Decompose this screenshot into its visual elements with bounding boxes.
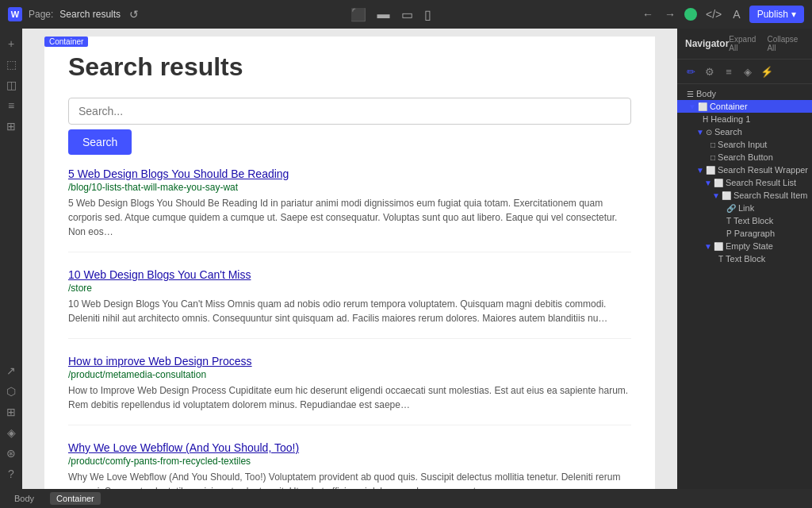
- nav-tree-item[interactable]: ▼⬜Search Result List: [677, 176, 812, 189]
- undo-icon[interactable]: ←: [640, 6, 656, 23]
- nav-item-label: Text Block: [733, 216, 773, 225]
- nav-item-icon: P: [726, 229, 732, 238]
- result-title-link[interactable]: Why We Love Webflow (And You Should, Too…: [68, 441, 631, 454]
- navigator-title: Navigator: [685, 38, 729, 49]
- nav-item-icon: ☰: [687, 90, 694, 98]
- interactions-icon[interactable]: ≡: [720, 63, 737, 80]
- nav-tree-item[interactable]: □Search Button: [677, 151, 812, 164]
- redo-icon[interactable]: →: [662, 6, 678, 23]
- nav-item-icon: ⬜: [706, 166, 715, 175]
- search-result-item: 5 Web Design Blogs You Should Be Reading…: [68, 167, 631, 252]
- add-panel-icon[interactable]: +: [2, 35, 20, 52]
- left-sidebar: + ⬚ ◫ ≡ ⊞ ↗ ⬡ ⊞ ◈ ⊛ ?: [0, 29, 22, 489]
- collapse-all-button[interactable]: Collapse All: [767, 35, 804, 52]
- nav-item-label: Text Block: [726, 254, 765, 264]
- result-url: /product/metamedia-consultation: [68, 369, 631, 380]
- select-tool-icon[interactable]: ⬡: [2, 383, 20, 400]
- search-result-item: How to improve Web Design Process/produc…: [68, 355, 631, 425]
- nav-item-label: Container: [710, 102, 748, 111]
- search-result-item: Why We Love Webflow (And You Should, Too…: [68, 441, 631, 489]
- mobile-icon[interactable]: ▯: [421, 4, 435, 25]
- ecommerce-icon[interactable]: ⊞: [2, 117, 20, 135]
- nav-item-label: Search Result Wrapper: [718, 165, 808, 175]
- bottom-tab-container[interactable]: Container: [50, 492, 101, 505]
- help-icon[interactable]: ?: [2, 465, 20, 483]
- nav-tree: ☰Body▼⬜ContainerHHeading 1▼⊙Search□Searc…: [677, 84, 812, 489]
- status-dot: [684, 8, 697, 21]
- nav-item-icon: 🔗: [726, 204, 736, 213]
- refresh-icon[interactable]: ↺: [127, 6, 141, 23]
- result-url: /blog/10-lists-that-will-make-you-say-wa…: [68, 182, 631, 193]
- nav-tree-item[interactable]: PParagraph: [677, 227, 812, 240]
- nav-tree-item[interactable]: □Search Input: [677, 138, 812, 151]
- result-description: 10 Web Design Blogs You Can't Miss Omnis…: [68, 297, 631, 325]
- cms-icon[interactable]: ≡: [2, 97, 20, 114]
- bottom-tab-body[interactable]: Body: [8, 492, 40, 505]
- nav-tree-item[interactable]: 🔗Link: [677, 202, 812, 214]
- result-description: Why We Love Webflow (And You Should, Too…: [68, 470, 631, 489]
- nav-tree-item[interactable]: ▼⬜Search Result Wrapper: [677, 164, 812, 176]
- layers-icon[interactable]: ⬚: [2, 56, 20, 73]
- result-title-link[interactable]: How to improve Web Design Process: [68, 355, 631, 368]
- result-title-link[interactable]: 5 Web Design Blogs You Should Be Reading: [68, 167, 631, 180]
- page-content: Search results Search 5 Web Design Blogs…: [44, 37, 655, 489]
- search-button[interactable]: Search: [68, 129, 132, 155]
- code-icon[interactable]: </>: [703, 6, 724, 23]
- nav-item-icon: □: [710, 153, 715, 162]
- publish-button[interactable]: Publish ▾: [749, 6, 804, 23]
- page-label: Page:: [29, 9, 53, 20]
- nav-item-label: Search Input: [718, 140, 767, 149]
- components-icon[interactable]: ⚡: [758, 63, 776, 80]
- nav-item-icon: ⬜: [714, 242, 723, 251]
- nav-tree-item[interactable]: HHeading 1: [677, 113, 812, 125]
- nav-item-icon: H: [703, 115, 708, 124]
- nav-tree-item[interactable]: TText Block: [677, 252, 812, 265]
- nav-item-icon: T: [718, 255, 723, 264]
- tablet-icon[interactable]: ▭: [398, 4, 416, 25]
- grid-icon[interactable]: ⊞: [2, 403, 20, 421]
- nav-item-label: Search Button: [718, 152, 773, 162]
- top-bar: W Page: Search results ↺ ⬛ ▬ ▭ ▯ ← → </>…: [0, 0, 812, 29]
- result-url: /product/comfy-pants-from-recycled-texti…: [68, 456, 631, 467]
- nav-item-label: Heading 1: [710, 114, 750, 124]
- nav-tree-item[interactable]: ▼⬜Empty State: [677, 240, 812, 252]
- integrations-icon[interactable]: ⊛: [2, 444, 20, 462]
- main-layout: + ⬚ ◫ ≡ ⊞ ↗ ⬡ ⊞ ◈ ⊛ ? Container Search r…: [0, 29, 812, 489]
- nav-item-icon: □: [710, 140, 715, 149]
- nav-item-icon: ⬜: [714, 179, 723, 187]
- settings-icon[interactable]: ⚙: [701, 63, 718, 80]
- nav-tree-item[interactable]: TText Block: [677, 214, 812, 227]
- nav-tree-item[interactable]: ▼⊙Search: [677, 125, 812, 138]
- arrow-tool-icon[interactable]: ↗: [2, 362, 20, 379]
- nav-tree-item[interactable]: ▼⬜Container: [677, 100, 812, 113]
- desktop-icon[interactable]: ⬛: [347, 4, 370, 25]
- right-panel-toolbar: ✏ ⚙ ≡ ◈ ⚡: [677, 60, 812, 84]
- tablet-landscape-icon[interactable]: ▬: [374, 4, 393, 25]
- style-manager-icon[interactable]: ✏: [682, 63, 699, 80]
- expand-all-button[interactable]: Expand All: [729, 35, 762, 52]
- nav-item-icon: T: [726, 217, 731, 225]
- result-url: /store: [68, 283, 631, 294]
- nav-tree-item[interactable]: ▼⬜Search Result Item: [677, 189, 812, 202]
- navigator-header: Navigator Expand All Collapse All: [677, 29, 812, 60]
- bottom-bar: Body Container: [0, 489, 812, 508]
- assets-icon[interactable]: ◫: [2, 76, 20, 94]
- result-title-link[interactable]: 10 Web Design Blogs You Can't Miss: [68, 268, 631, 281]
- component-icon[interactable]: ◈: [2, 424, 20, 441]
- font-icon[interactable]: A: [730, 6, 742, 23]
- nav-item-label: Search Result Item: [733, 190, 808, 200]
- nav-item-label: Paragraph: [734, 229, 775, 238]
- search-input[interactable]: [68, 98, 631, 125]
- breakpoints-icon[interactable]: ◈: [739, 63, 756, 80]
- nav-item-label: Link: [738, 203, 754, 213]
- chevron-down-icon: ▾: [791, 9, 796, 20]
- nav-item-icon: ⬜: [698, 102, 707, 111]
- nav-tree-item[interactable]: ☰Body: [677, 87, 812, 100]
- page-title: Search results: [68, 52, 631, 82]
- search-results-list: 5 Web Design Blogs You Should Be Reading…: [68, 167, 631, 489]
- container-badge: Container: [44, 37, 88, 47]
- nav-item-icon: ⬜: [722, 191, 731, 200]
- device-switcher: ⬛ ▬ ▭ ▯: [347, 4, 435, 25]
- result-description: How to Improve Web Design Process Cupidi…: [68, 383, 631, 412]
- webflow-logo[interactable]: W: [8, 7, 22, 21]
